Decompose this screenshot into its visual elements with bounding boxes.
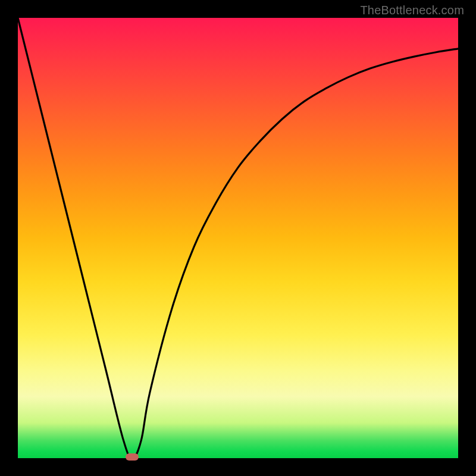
chart-frame: TheBottleneck.com (0, 0, 476, 476)
bottleneck-curve (18, 18, 458, 458)
plot-area (18, 18, 458, 458)
minimum-marker (126, 453, 139, 461)
watermark-text: TheBottleneck.com (360, 4, 464, 17)
